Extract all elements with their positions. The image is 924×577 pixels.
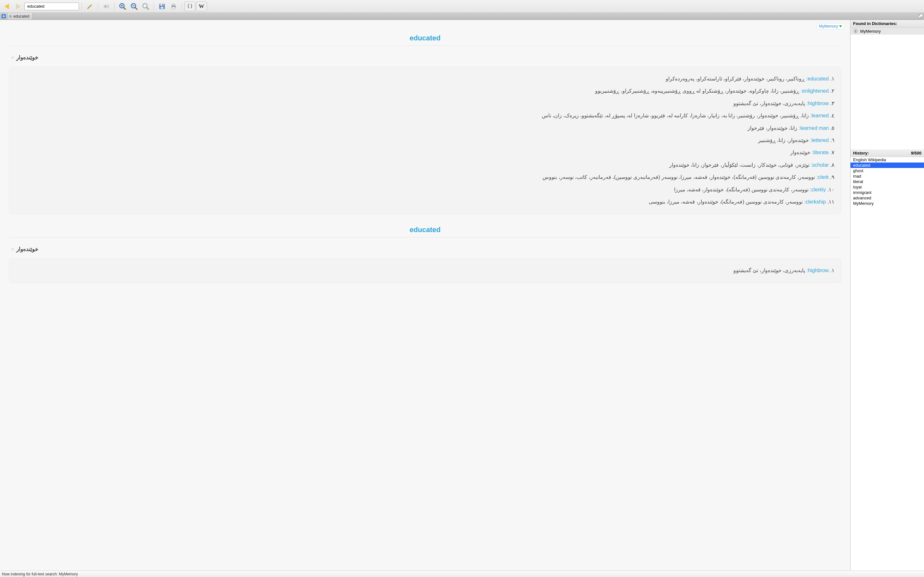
- dict-badge-icon: i: [853, 29, 858, 34]
- dictionaries-list[interactable]: iMyMemory: [851, 27, 924, 149]
- definition-term[interactable]: highbrow: [806, 101, 829, 106]
- code-view-button[interactable]: [184, 2, 195, 11]
- toolbar: W: [0, 0, 924, 13]
- entry-title: educated: [10, 221, 841, 237]
- history-item[interactable]: literal: [851, 179, 924, 184]
- dropdown-triangle-icon: [839, 25, 842, 27]
- audio-button[interactable]: [101, 2, 111, 11]
- separator: [81, 2, 82, 11]
- zoom-reset-icon: [142, 3, 150, 10]
- definition-line: ٩. clerk نووسەر، کارمەندی نووسین (فەرمان…: [16, 171, 835, 183]
- svg-point-5: [92, 5, 93, 6]
- headword: خوێندەوار: [9, 46, 841, 67]
- definition-line: ٤. learned زانا، ڕۆشنبیر، خوێندەوار، رۆش…: [16, 110, 835, 122]
- zoom-out-icon: [130, 3, 138, 10]
- history-item[interactable]: educated: [851, 163, 924, 168]
- history-item[interactable]: MyMemory: [851, 201, 924, 206]
- svg-rect-17: [160, 6, 163, 8]
- close-tab-icon[interactable]: ⊗: [9, 14, 12, 19]
- history-item[interactable]: ghost: [851, 168, 924, 173]
- history-item[interactable]: loyal: [851, 184, 924, 190]
- definition-term[interactable]: clerk: [817, 174, 829, 180]
- svg-point-3: [91, 4, 92, 5]
- definition-line: ١. educated ڕوناکبیر، روناکبیر، خوێندەوا…: [16, 73, 835, 85]
- definition-line: ١٠. clerkly نووسەر، کارمەندی نووسین (فەر…: [16, 184, 835, 196]
- zoom-out-button[interactable]: [129, 2, 140, 11]
- history-item[interactable]: immigrant: [851, 190, 924, 195]
- side-column: Found in Dictionaries: iMyMemory History…: [850, 20, 924, 571]
- print-button[interactable]: [168, 2, 179, 11]
- history-label: History:: [853, 151, 869, 155]
- new-tab-button[interactable]: [0, 13, 7, 19]
- definition-term[interactable]: learned man: [799, 125, 829, 131]
- definition-term[interactable]: highbrow: [806, 268, 829, 273]
- save-button[interactable]: [157, 2, 168, 11]
- entries-host: educatedخوێندەوار١. educated ڕوناکبیر، ر…: [0, 20, 850, 296]
- definition-term[interactable]: educated: [806, 76, 829, 81]
- separator: [114, 2, 115, 11]
- svg-line-7: [124, 7, 126, 9]
- zoom-in-button[interactable]: [117, 2, 128, 11]
- definition-term[interactable]: scholar: [811, 162, 829, 168]
- status-text: Now indexing for full-text search: MyMem…: [2, 572, 78, 576]
- svg-rect-20: [172, 4, 175, 5]
- svg-point-4: [90, 3, 91, 4]
- separator: [153, 2, 154, 11]
- definition-term[interactable]: lettered: [810, 137, 829, 143]
- status-bar: Now indexing for full-text search: MyMem…: [0, 571, 924, 577]
- svg-rect-16: [160, 3, 164, 5]
- printer-icon: [170, 3, 177, 10]
- history-item[interactable]: English Wikipedia: [851, 157, 924, 163]
- history-count: 9/500: [911, 151, 921, 155]
- entry-title: educated: [10, 29, 841, 46]
- svg-line-11: [135, 7, 137, 9]
- svg-line-14: [147, 7, 149, 9]
- svg-rect-18: [162, 4, 163, 5]
- zoom-in-icon: [119, 3, 126, 10]
- svg-line-2: [88, 5, 91, 8]
- nav-back-button[interactable]: [1, 2, 12, 11]
- content-scroll[interactable]: MyMemory educatedخوێندەوار١. educated ڕو…: [0, 20, 850, 571]
- zoom-reset-button[interactable]: [140, 2, 151, 11]
- definition-line: ١١. clerkship نووسەر، کارمەندی نووسین (ف…: [16, 196, 835, 208]
- tab-educated[interactable]: ⊗ educated: [7, 13, 33, 19]
- search-input[interactable]: [27, 4, 81, 9]
- history-item[interactable]: advanced: [851, 195, 924, 201]
- svg-rect-21: [172, 7, 175, 9]
- wand-icon: [86, 3, 94, 10]
- definition-term[interactable]: clerkship: [804, 199, 826, 205]
- definition-term[interactable]: enlightened: [801, 88, 829, 93]
- wand-button[interactable]: [84, 2, 95, 11]
- definitions-box: ١. educated ڕوناکبیر، روناکبیر، خوێندەوا…: [9, 67, 841, 214]
- definition-line: ٦. lettered خوێندەوار، زانا، ڕۆشنبیر: [16, 134, 835, 147]
- svg-rect-26: [920, 14, 923, 17]
- definition-term[interactable]: clerkly: [810, 187, 826, 192]
- definition-term[interactable]: literate: [812, 150, 829, 155]
- definition-line: ١. highbrow پایەبەرزی، خوێندەوار، تێ گەی…: [16, 264, 835, 277]
- definition-line: ٥. learned man زانا، خوێندەوار، فێرخواز: [16, 122, 835, 134]
- popout-button[interactable]: [918, 13, 923, 19]
- braces-icon: [187, 3, 193, 10]
- arrow-right-icon: [16, 3, 21, 9]
- history-header: History: 9/500: [851, 149, 924, 157]
- definition-line: ٣. highbrow پایەبەرزی، خوێندەوار، تێ گەی…: [16, 97, 835, 110]
- main-area: MyMemory educatedخوێندەوار١. educated ڕو…: [0, 20, 924, 571]
- found-in-label: Found in Dictionaries:: [853, 21, 897, 26]
- source-badge-label: MyMemory: [819, 24, 838, 29]
- history-item[interactable]: mad: [851, 173, 924, 179]
- source-badge[interactable]: MyMemory: [817, 23, 845, 29]
- history-list[interactable]: English Wikipediaeducatedghostmadliteral…: [851, 157, 924, 571]
- wikipedia-button[interactable]: W: [196, 2, 207, 11]
- separator: [98, 2, 98, 11]
- nav-forward-button[interactable]: [13, 2, 24, 11]
- definition-term[interactable]: learned: [810, 113, 829, 118]
- headword: خوێندەوار: [9, 237, 841, 258]
- entry-card: educatedخوێندەوار١. highbrow پایەبەرزی، …: [9, 221, 841, 283]
- entry-card: educatedخوێندەوار١. educated ڕوناکبیر، ر…: [9, 29, 841, 214]
- dictionary-item[interactable]: iMyMemory: [851, 27, 924, 35]
- search-box[interactable]: [24, 3, 79, 10]
- bullet-icon: [11, 248, 14, 250]
- content-column: MyMemory educatedخوێندەوار١. educated ڕو…: [0, 20, 850, 571]
- plus-icon: [1, 14, 6, 19]
- floppy-icon: [158, 3, 166, 10]
